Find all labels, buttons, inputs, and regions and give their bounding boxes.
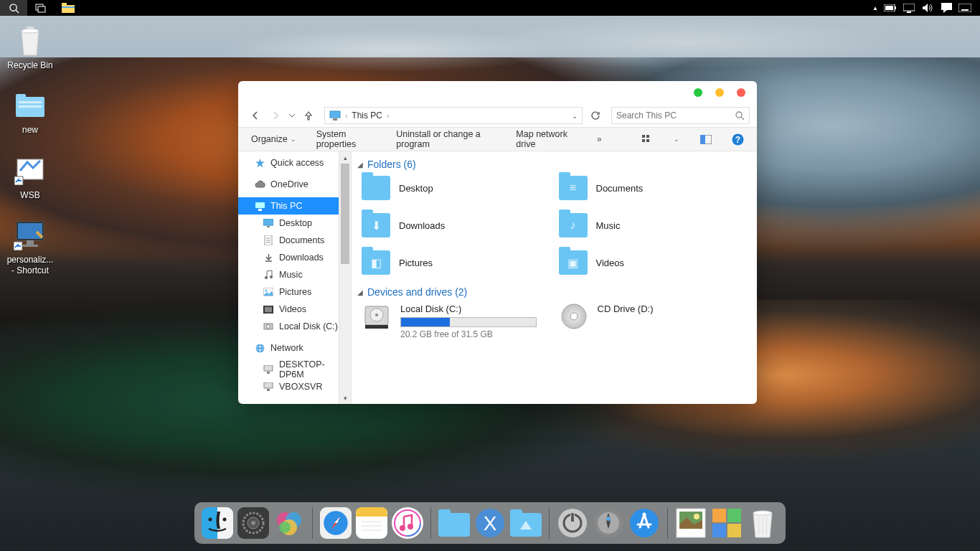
- system-properties-button[interactable]: System properties: [316, 129, 377, 149]
- scroll-down-icon[interactable]: ▾: [339, 392, 351, 404]
- forward-button[interactable]: [267, 107, 284, 124]
- dock-safari[interactable]: [320, 507, 352, 539]
- sidebar-item-pictures[interactable]: Pictures: [238, 283, 339, 301]
- drives-group-header[interactable]: ◢ Devices and drives (2): [357, 286, 750, 298]
- back-button[interactable]: [247, 107, 264, 124]
- wsb-shortcut[interactable]: WSB: [3, 151, 57, 203]
- notifications-icon[interactable]: [940, 1, 953, 14]
- chevron-down-icon: ◢: [357, 288, 363, 296]
- drive-cd-drive-d-[interactable]: CD Drive (D:): [553, 303, 750, 339]
- volume-icon[interactable]: [921, 1, 934, 14]
- drive-local-disk-c-[interactable]: Local Disk (C:)20.2 GB free of 31.5 GB: [356, 303, 553, 339]
- dock-trash[interactable]: [747, 507, 778, 539]
- free-space-label: 20.2 GB free of 31.5 GB: [400, 329, 539, 339]
- breadcrumb[interactable]: › This PC › ⌄: [324, 107, 583, 124]
- folder-pictures[interactable]: ◧Pictures: [356, 250, 553, 275]
- sidebar-scrollbar[interactable]: ▴ ▾: [339, 151, 351, 404]
- dock-power[interactable]: [557, 507, 588, 539]
- svg-rect-29: [18, 223, 42, 239]
- recycle-bin[interactable]: Recycle Bin: [3, 22, 57, 73]
- breadcrumb-location[interactable]: This PC: [352, 110, 382, 121]
- dock-folder2[interactable]: X: [474, 507, 506, 539]
- battery-icon[interactable]: [884, 1, 897, 14]
- svg-rect-3: [38, 6, 45, 12]
- sidebar-item-documents[interactable]: Documents: [238, 232, 339, 249]
- sidebar-item-desktop-dp6m[interactable]: DESKTOP-DP6M: [238, 361, 339, 378]
- dock-appstore[interactable]: [628, 507, 660, 539]
- sidebar-item-vboxsvr[interactable]: VBOXSVR: [238, 378, 339, 395]
- chevron-down-icon[interactable]: ⌄: [674, 136, 679, 143]
- svg-point-102: [400, 525, 405, 531]
- search-icon[interactable]: [735, 110, 745, 121]
- folder-desktop[interactable]: Desktop: [356, 176, 553, 200]
- preview-pane-icon[interactable]: [699, 132, 712, 146]
- svg-rect-42: [700, 135, 705, 144]
- folders-group-header[interactable]: ◢ Folders (6): [357, 159, 750, 170]
- up-button[interactable]: [300, 107, 317, 124]
- dock-finder[interactable]: [202, 507, 233, 539]
- dock-settings[interactable]: [237, 507, 269, 539]
- new-folder[interactable]: new: [3, 86, 57, 138]
- organize-menu[interactable]: Organize⌄: [251, 134, 296, 144]
- sidebar-item-this-pc[interactable]: This PC: [238, 197, 339, 215]
- help-icon[interactable]: ?: [732, 132, 744, 146]
- dock-folder3[interactable]: [510, 507, 542, 539]
- dock-folder1[interactable]: [438, 507, 470, 539]
- drive-label: Local Disk (C:): [400, 303, 539, 314]
- dock-gamecenter[interactable]: [273, 507, 305, 539]
- svg-point-54: [270, 276, 273, 278]
- chevron-down-icon[interactable]: ⌄: [572, 112, 578, 120]
- close-button[interactable]: [737, 88, 745, 97]
- search-box[interactable]: [611, 107, 750, 124]
- dock-separator: [312, 507, 313, 539]
- sidebar-item-quick-access[interactable]: Quick access: [238, 154, 339, 171]
- overflow-icon[interactable]: »: [597, 134, 602, 144]
- titlebar[interactable]: [238, 81, 757, 104]
- sidebar-item-label: Network: [270, 343, 303, 353]
- sidebar-item-network[interactable]: Network: [238, 339, 339, 357]
- chevron-down-icon: ◢: [357, 161, 363, 169]
- dock-launchpad[interactable]: [593, 507, 624, 539]
- svg-text:X: X: [484, 512, 497, 534]
- sidebar-item-downloads[interactable]: Downloads: [238, 249, 339, 266]
- cloud-icon: [254, 179, 265, 190]
- sidebar-item-music[interactable]: Music: [238, 266, 339, 283]
- scroll-up-icon[interactable]: ▴: [339, 151, 351, 164]
- svg-rect-95: [356, 514, 387, 517]
- scrollbar-thumb[interactable]: [341, 164, 349, 264]
- search-icon[interactable]: [0, 0, 27, 16]
- svg-rect-25: [19, 105, 42, 108]
- sidebar-item-videos[interactable]: Videos: [238, 301, 339, 318]
- tray-overflow-icon[interactable]: ▲: [872, 5, 878, 11]
- uninstall-button[interactable]: Uninstall or change a program: [396, 129, 496, 149]
- view-options-icon[interactable]: [642, 132, 654, 146]
- search-input[interactable]: [616, 110, 735, 121]
- refresh-button[interactable]: [587, 107, 604, 124]
- file-explorer-taskbar-icon[interactable]: [55, 0, 82, 16]
- maximize-button[interactable]: [715, 88, 724, 97]
- recent-locations-button[interactable]: [287, 107, 297, 124]
- svg-rect-105: [438, 509, 451, 515]
- sidebar-item-onedrive[interactable]: OneDrive: [238, 176, 339, 193]
- sidebar-item-desktop[interactable]: Desktop: [238, 215, 339, 232]
- svg-line-36: [741, 117, 744, 120]
- task-view-icon[interactable]: [27, 0, 55, 16]
- folder-downloads[interactable]: ⬇Downloads: [356, 213, 553, 237]
- map-drive-button[interactable]: Map network drive: [516, 129, 577, 149]
- keyboard-icon[interactable]: [958, 1, 971, 14]
- folder-music[interactable]: ♪Music: [553, 213, 750, 237]
- folder-label: Videos: [596, 258, 625, 268]
- personalize-shortcut[interactable]: personaliz... - Shortcut: [3, 216, 57, 278]
- sidebar-item-local-disk-c-[interactable]: Local Disk (C:): [238, 318, 339, 335]
- dock-itunes[interactable]: [392, 507, 423, 539]
- svg-rect-8: [885, 6, 893, 10]
- svg-point-80: [209, 518, 212, 522]
- minimize-button[interactable]: [694, 88, 702, 97]
- dock-photo[interactable]: [675, 507, 707, 539]
- svg-rect-67: [267, 372, 270, 374]
- folder-videos[interactable]: ▣Videos: [553, 250, 750, 275]
- dock-notes[interactable]: [356, 507, 387, 539]
- folder-documents[interactable]: ≡Documents: [553, 176, 750, 200]
- dock-tiles[interactable]: [711, 507, 743, 539]
- display-icon[interactable]: [903, 1, 915, 14]
